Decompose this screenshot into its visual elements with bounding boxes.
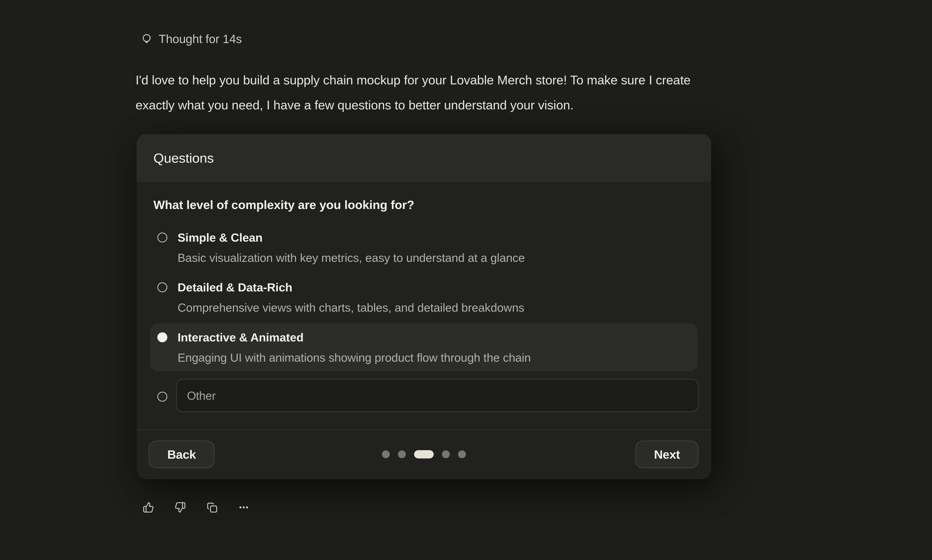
option-other[interactable]: [150, 379, 698, 412]
message-line-1: I'd love to help you build a supply chai…: [136, 68, 691, 92]
other-option-input[interactable]: [176, 379, 698, 412]
footer-divider: [137, 429, 711, 430]
pagination-dot[interactable]: [382, 451, 390, 458]
option-description: Comprehensive views with charts, tables,…: [177, 300, 524, 315]
radio-icon[interactable]: [157, 392, 167, 402]
card-header: Questions: [137, 134, 711, 182]
chat-page: Thought for 14s I'd love to help you bui…: [0, 0, 932, 560]
option-detailed-data-rich[interactable]: Detailed & Data-Rich Comprehensive views…: [150, 274, 698, 321]
assistant-message: I'd love to help you build a supply chai…: [136, 68, 691, 117]
thumbs-up-icon: [143, 502, 154, 513]
copy-icon: [206, 502, 217, 513]
radio-icon[interactable]: [157, 282, 167, 292]
more-options-button[interactable]: [238, 502, 250, 513]
option-description: Basic visualization with key metrics, ea…: [177, 251, 525, 265]
message-actions: [143, 502, 250, 513]
option-title: Interactive & Animated: [177, 330, 531, 345]
copy-button[interactable]: [206, 502, 217, 513]
message-line-2: exactly what you need, I have a few ques…: [136, 92, 691, 117]
next-button[interactable]: Next: [635, 441, 698, 468]
option-title: Simple & Clean: [177, 230, 525, 245]
question-text: What level of complexity are you looking…: [153, 198, 414, 212]
thought-summary[interactable]: Thought for 14s: [140, 32, 242, 46]
back-button[interactable]: Back: [149, 441, 214, 468]
option-interactive-animated[interactable]: Interactive & Animated Engaging UI with …: [150, 324, 698, 371]
pagination-dot[interactable]: [458, 451, 466, 458]
pagination-dot[interactable]: [398, 451, 406, 458]
option-simple-clean[interactable]: Simple & Clean Basic visualization with …: [150, 224, 698, 271]
thumbs-down-icon: [174, 502, 186, 513]
option-title: Detailed & Data-Rich: [177, 280, 524, 294]
thumbs-down-button[interactable]: [174, 502, 186, 513]
radio-icon[interactable]: [157, 232, 167, 243]
radio-icon[interactable]: [157, 332, 167, 342]
ellipsis-icon: [238, 502, 250, 513]
pagination-dot-active[interactable]: [414, 450, 434, 458]
card-title: Questions: [153, 150, 214, 166]
thumbs-up-button[interactable]: [143, 502, 154, 513]
lightbulb-icon: [140, 32, 153, 45]
option-description: Engaging UI with animations showing prod…: [177, 350, 531, 365]
questions-card: Questions What level of complexity are y…: [137, 134, 711, 479]
pagination-dots: [382, 450, 466, 458]
pagination-dot[interactable]: [442, 451, 450, 458]
thought-label: Thought for 14s: [159, 32, 242, 46]
